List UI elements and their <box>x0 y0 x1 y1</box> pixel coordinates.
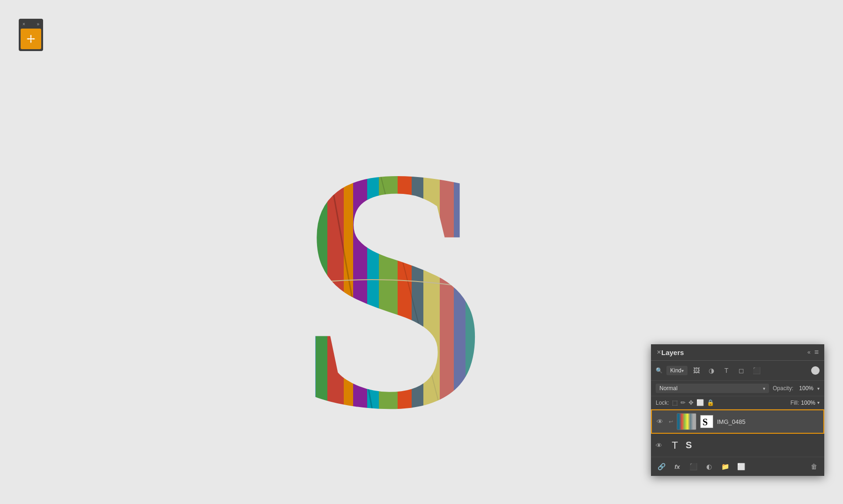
toolbox-expand-button[interactable]: » <box>37 22 39 27</box>
layers-panel-collapse-button[interactable]: « <box>807 349 811 356</box>
layer-2-visibility-icon[interactable]: 👁 <box>656 442 664 449</box>
opacity-chevron[interactable]: ▾ <box>817 386 820 391</box>
smart-filter-icon[interactable]: ⬛ <box>750 364 762 377</box>
opacity-label: Opacity: <box>773 385 793 392</box>
blend-opacity-row: Normal ▾ Opacity: 100% ▾ <box>651 381 824 396</box>
layer-thumbnail-img0485 <box>677 413 696 430</box>
fill-chevron[interactable]: ▾ <box>817 400 820 405</box>
move-tool-icon <box>26 34 36 44</box>
blend-mode-chevron: ▾ <box>763 386 765 391</box>
filter-toggle-circle[interactable] <box>811 366 820 375</box>
svg-rect-22 <box>283 125 526 162</box>
svg-text:S: S <box>702 417 708 427</box>
lock-move-icon[interactable]: ✥ <box>688 399 694 406</box>
svg-rect-23 <box>423 68 526 434</box>
lock-transparent-icon[interactable]: ⬚ <box>672 399 678 406</box>
blend-mode-select[interactable]: Normal ▾ <box>656 384 769 393</box>
text-layer-s-label: S <box>686 440 692 451</box>
layers-panel: ✕ Layers « ≡ 🔍 Kind ▾ 🖼 ◑ T ◻ ⬛ Normal ▾… <box>651 344 824 476</box>
lock-all-icon[interactable]: 🔒 <box>707 399 714 406</box>
toolbox: × » <box>19 19 43 51</box>
layers-panel-title: Layers <box>661 348 684 356</box>
layer-mask-thumbnail: S <box>700 415 713 428</box>
adjustment-filter-icon[interactable]: ◑ <box>705 364 717 377</box>
layers-panel-close-button[interactable]: ✕ <box>657 349 661 356</box>
layer-item-img0485[interactable]: 👁 ↩ S IMG_0485 <box>651 409 824 434</box>
lock-label: Lock: <box>656 400 669 406</box>
layers-bottom-bar: 🔗 fx ⬛ ◐ 📁 ⬜ 🗑 <box>651 457 824 476</box>
fill-value[interactable]: 100% <box>801 400 815 406</box>
layer-name-img0485: IMG_0485 <box>717 418 819 425</box>
filter-search-icon: 🔍 <box>656 367 663 374</box>
lock-fill-row: Lock: ⬚ ✏ ✥ ⬜ 🔒 Fill: 100% ▾ <box>651 396 824 409</box>
layer-delete-button[interactable]: 🗑 <box>808 461 820 472</box>
layer-link-button[interactable]: 🔗 <box>656 461 667 472</box>
layer-visibility-icon[interactable]: 👁 <box>657 418 665 425</box>
svg-rect-21 <box>283 68 526 125</box>
image-filter-icon[interactable]: 🖼 <box>690 364 702 377</box>
lock-icons-group: ⬚ ✏ ✥ ⬜ 🔒 <box>672 399 714 406</box>
lock-image-icon[interactable]: ✏ <box>680 399 686 406</box>
layer-smart-icon: ↩ <box>669 419 673 425</box>
s-shape-svg: S <box>283 68 526 434</box>
layer-group-button[interactable]: 📁 <box>719 461 731 472</box>
toolbox-close-button[interactable]: × <box>22 22 25 27</box>
layers-panel-menu-button[interactable]: ≡ <box>814 348 819 356</box>
lock-artboard-icon[interactable]: ⬜ <box>696 399 704 406</box>
layer-fx-button[interactable]: fx <box>672 461 683 472</box>
filter-row: 🔍 Kind ▾ 🖼 ◑ T ◻ ⬛ <box>651 361 824 381</box>
opacity-value[interactable]: 100% <box>797 385 813 392</box>
text-filter-icon[interactable]: T <box>720 364 732 377</box>
text-layer-t-icon: T <box>668 439 682 452</box>
fill-label: Fill: <box>791 400 799 406</box>
filter-kind-chevron: ▾ <box>681 368 684 373</box>
layer-adjustment-button[interactable]: ◐ <box>703 461 715 472</box>
filter-kind-select[interactable]: Kind ▾ <box>666 366 688 375</box>
layers-panel-header: ✕ Layers « ≡ <box>651 344 824 361</box>
svg-rect-17 <box>498 68 526 434</box>
layer-clipping-button[interactable]: ⬜ <box>735 461 747 472</box>
layer-item-text-s[interactable]: 👁 T S <box>651 434 824 457</box>
layer-mask-button[interactable]: ⬛ <box>688 461 699 472</box>
move-tool-button[interactable] <box>21 29 41 49</box>
toolbox-top-bar: × » <box>21 21 41 28</box>
fill-section: Fill: 100% ▾ <box>791 400 820 406</box>
shape-filter-icon[interactable]: ◻ <box>735 364 747 377</box>
s-letter-display: S <box>283 68 526 436</box>
